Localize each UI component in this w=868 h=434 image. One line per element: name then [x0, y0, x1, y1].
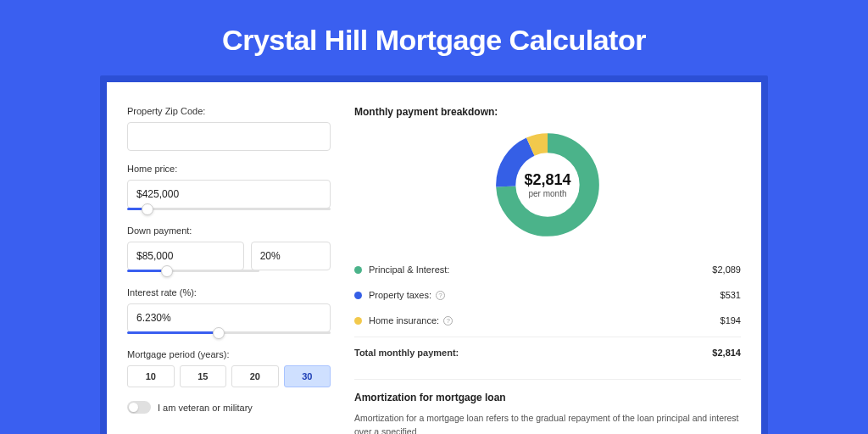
- breakdown-column: Monthly payment breakdown: $2,814 per mo…: [354, 106, 741, 434]
- veteran-label: I am veteran or military: [158, 403, 253, 413]
- zip-field-group: Property Zip Code:: [127, 106, 331, 151]
- period-group: Mortgage period (years): 10 15 20 30: [127, 349, 331, 387]
- dot-icon: [354, 266, 362, 274]
- period-option-20[interactable]: 20: [231, 365, 279, 387]
- calculator-card: Property Zip Code: Home price: Down paym…: [107, 82, 761, 434]
- zip-input[interactable]: [127, 122, 331, 151]
- interest-rate-group: Interest rate (%):: [127, 287, 331, 334]
- dot-icon: [354, 292, 362, 299]
- interest-rate-slider[interactable]: [127, 331, 331, 334]
- down-payment-amount-input[interactable]: [127, 242, 244, 270]
- legend-label-principal: Principal & Interest:: [369, 264, 712, 275]
- down-payment-slider[interactable]: [127, 270, 259, 272]
- donut-chart-wrap: $2,814 per month: [354, 130, 741, 240]
- interest-rate-input[interactable]: [127, 303, 331, 332]
- legend-value-insurance: $194: [721, 315, 741, 326]
- legend-value-taxes: $531: [721, 290, 741, 300]
- down-payment-label: Down payment:: [127, 225, 331, 236]
- info-icon[interactable]: ?: [436, 291, 445, 300]
- down-payment-slider-thumb[interactable]: [161, 265, 173, 277]
- home-price-group: Home price:: [127, 164, 331, 210]
- breakdown-title: Monthly payment breakdown:: [354, 106, 741, 118]
- interest-rate-label: Interest rate (%):: [127, 287, 331, 298]
- divider: [354, 379, 741, 380]
- veteran-row: I am veteran or military: [127, 401, 331, 414]
- home-price-label: Home price:: [127, 164, 331, 174]
- donut-amount: $2,814: [524, 171, 570, 189]
- period-option-15[interactable]: 15: [180, 365, 227, 387]
- legend-text: Principal & Interest:: [369, 264, 449, 275]
- period-options: 10 15 20 30: [127, 365, 331, 387]
- period-option-30[interactable]: 30: [284, 365, 331, 387]
- page-title: Crystal Hill Mortgage Calculator: [0, 0, 868, 75]
- dot-icon: [354, 317, 362, 325]
- down-payment-group: Down payment:: [127, 225, 331, 272]
- amortization-text: Amortization for a mortgage loan refers …: [354, 412, 741, 434]
- period-label: Mortgage period (years):: [127, 349, 331, 359]
- home-price-input[interactable]: [127, 180, 331, 209]
- legend-row-insurance: Home insurance: ? $194: [354, 308, 741, 333]
- donut-chart: $2,814 per month: [492, 130, 603, 240]
- legend-row-principal: Principal & Interest: $2,089: [354, 257, 741, 282]
- card-outer: Property Zip Code: Home price: Down paym…: [100, 75, 768, 434]
- down-payment-percent-input[interactable]: [251, 242, 331, 270]
- info-icon[interactable]: ?: [443, 316, 453, 326]
- legend-label-total: Total monthly payment:: [354, 348, 712, 358]
- donut-sub: per month: [528, 189, 566, 198]
- donut-center: $2,814 per month: [492, 130, 603, 240]
- legend-text: Home insurance:: [369, 315, 439, 326]
- legend-label-insurance: Home insurance: ?: [369, 315, 721, 326]
- legend-row-taxes: Property taxes: ? $531: [354, 282, 741, 308]
- zip-label: Property Zip Code:: [127, 106, 331, 116]
- legend-value-principal: $2,089: [712, 264, 741, 275]
- home-price-slider-thumb[interactable]: [142, 203, 153, 215]
- form-column: Property Zip Code: Home price: Down paym…: [127, 106, 331, 434]
- period-option-10[interactable]: 10: [127, 365, 175, 387]
- veteran-toggle[interactable]: [127, 401, 151, 414]
- home-price-slider[interactable]: [127, 208, 331, 210]
- legend-row-total: Total monthly payment: $2,814: [354, 337, 741, 365]
- interest-rate-slider-thumb[interactable]: [213, 327, 225, 339]
- legend-label-taxes: Property taxes: ?: [369, 290, 721, 300]
- legend-value-total: $2,814: [712, 348, 741, 358]
- legend-text: Property taxes:: [369, 290, 431, 300]
- amortization-title: Amortization for mortgage loan: [354, 392, 741, 403]
